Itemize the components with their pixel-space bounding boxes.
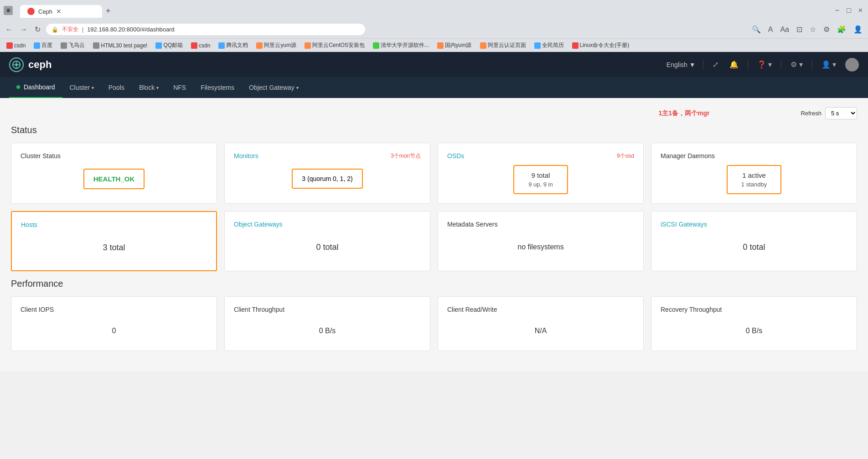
language-label: English <box>666 61 687 68</box>
client-iops-title: Client IOPS <box>21 306 207 313</box>
bookmark-label: QQ邮箱 <box>163 41 183 49</box>
new-tab-button[interactable]: + <box>102 5 114 18</box>
bookmark-alicert[interactable]: 阿里云认证页面 <box>477 41 529 50</box>
nav-filesystems-label: Filesystems <box>201 84 234 91</box>
bookmark-alicos[interactable]: 阿里云CentOS安装包 <box>302 41 367 50</box>
nav-pools[interactable]: Pools <box>101 77 132 98</box>
refresh-select[interactable]: 5 s 10 s 30 s 1 min <box>825 107 857 119</box>
refresh-label: Refresh <box>801 110 822 117</box>
monitors-card: Monitors 3个mon节点 3 (quorum 0, 1, 2) <box>224 143 430 204</box>
client-readwrite-card: Client Read/Write N/A <box>438 296 644 351</box>
security-icon: 🔒 <box>52 26 58 33</box>
language-arrow-icon: ▼ <box>689 61 696 68</box>
browser-toolbar: 🔍 A Aa ⊡ ☆ ⚙ 🧩 👤 <box>750 23 864 36</box>
osds-annotation: 9个osd <box>617 152 634 160</box>
user-avatar[interactable] <box>845 58 859 72</box>
ceph-logo-icon <box>9 57 24 72</box>
tab-bar: Ceph ✕ + <box>16 3 830 18</box>
cluster-arrow-icon: ▾ <box>92 85 94 90</box>
minimize-button[interactable]: − <box>833 5 841 16</box>
extensions-icon-btn[interactable]: 🧩 <box>835 23 848 36</box>
nav-object-gateway[interactable]: Object Gateway ▾ <box>242 77 306 98</box>
bookmark-tsinghua[interactable]: 清华大学开源软件... <box>370 41 432 50</box>
forward-button[interactable]: → <box>18 24 29 36</box>
nav-cluster[interactable]: Cluster ▾ <box>62 77 101 98</box>
nav-dashboard-label: Dashboard <box>24 83 55 91</box>
manager-daemons-card: Manager Daemons 1 active 1 standby <box>651 143 857 204</box>
translate-icon-btn[interactable]: A <box>766 24 775 36</box>
bookmark-qqmail[interactable]: QQ邮箱 <box>153 41 186 50</box>
bookmark-favicon <box>373 42 379 49</box>
ceph-logo: ceph <box>9 57 52 72</box>
reload-button[interactable]: ↻ <box>33 23 42 36</box>
ceph-header: ceph English ▼ ⤢ 🔔 ❓ ▾ ⚙ ▾ 👤 ▾ <box>0 52 868 77</box>
header-divider-2 <box>748 60 748 69</box>
hosts-center: 3 total <box>21 234 207 261</box>
help-icon-button[interactable]: ❓ ▾ <box>755 58 774 71</box>
bookmark-html30[interactable]: HTML30 test page! <box>90 41 150 50</box>
language-selector[interactable]: English ▼ <box>666 61 696 68</box>
bookmark-resume[interactable]: 全民简历 <box>532 41 567 50</box>
manager-active: 1 active <box>737 171 771 179</box>
browser-titlebar: ⊞ Ceph ✕ + − □ × <box>0 0 868 21</box>
settings-gear-icon[interactable]: ⚙ ▾ <box>789 58 804 71</box>
cluster-status-value: HEALTH_OK <box>83 169 145 189</box>
bookmark-aliyum[interactable]: 阿里云yum源 <box>253 41 299 50</box>
nav-block[interactable]: Block ▾ <box>132 77 166 98</box>
svg-point-1 <box>15 63 18 66</box>
bookmark-label: 腾讯文档 <box>226 41 248 49</box>
settings-icon-btn[interactable]: ⚙ <box>822 23 832 36</box>
header-divider-3 <box>781 60 781 69</box>
notification-bell-icon[interactable]: 🔔 <box>728 58 740 71</box>
bookmark-label: Linux命令大全(手册) <box>580 41 630 49</box>
block-arrow-icon: ▾ <box>156 85 159 90</box>
maximize-button[interactable]: □ <box>845 5 853 16</box>
bookmark-csdn-1[interactable]: csdn <box>4 41 28 50</box>
bookmark-feiniao[interactable]: 飞鸟云 <box>58 41 88 50</box>
client-throughput-value: 0 B/s <box>234 327 421 335</box>
osds-value-sub: 9 up, 9 in <box>523 181 558 188</box>
profile-icon-btn[interactable]: 👤 <box>852 23 864 36</box>
url-text: 192.168.80.20:8000/#/dashboard <box>87 26 175 33</box>
bookmarks-bar: csdn 百度 飞鸟云 HTML30 test page! QQ邮箱 csdn … <box>0 38 868 52</box>
star-icon-btn[interactable]: ☆ <box>808 23 818 36</box>
bookmark-favicon <box>218 42 225 49</box>
nav-filesystems[interactable]: Filesystems <box>193 77 242 98</box>
monitors-center: 3 (quorum 0, 1, 2) <box>234 165 421 192</box>
cluster-status-title: Cluster Status <box>21 152 207 160</box>
nav-object-gateway-label: Object Gateway <box>249 84 294 91</box>
back-button[interactable]: ← <box>4 24 15 36</box>
iscsi-gateways-value: 0 total <box>743 242 765 252</box>
expand-icon-button[interactable]: ⤢ <box>711 58 720 71</box>
cluster-status-card: Cluster Status HEALTH_OK <box>11 143 217 204</box>
bookmark-linux-cmd[interactable]: Linux命令大全(手册) <box>569 41 632 50</box>
security-label: 不安全 <box>62 26 78 33</box>
refresh-control: Refresh 5 s 10 s 30 s 1 min <box>801 107 857 119</box>
bookmark-tencent[interactable]: 腾讯文档 <box>216 41 251 50</box>
bookmark-cn-yum[interactable]: 国内yum源 <box>434 41 475 50</box>
bookmark-baidu[interactable]: 百度 <box>31 41 55 50</box>
monitors-value: 3 (quorum 0, 1, 2) <box>292 169 362 189</box>
address-bar[interactable]: 🔒 不安全 | 192.168.80.20:8000/#/dashboard <box>46 24 365 35</box>
ceph-nav: Dashboard Cluster ▾ Pools Block ▾ NFS Fi… <box>0 77 868 98</box>
user-menu-button[interactable]: 👤 ▾ <box>820 58 838 71</box>
performance-section-title: Performance <box>11 278 857 289</box>
nav-dashboard[interactable]: Dashboard <box>9 77 62 98</box>
search-icon-btn[interactable]: 🔍 <box>750 23 763 36</box>
close-tab-button[interactable]: ✕ <box>56 8 62 15</box>
close-window-button[interactable]: × <box>857 5 864 16</box>
active-tab[interactable]: Ceph ✕ <box>20 5 102 18</box>
nav-nfs[interactable]: NFS <box>166 77 193 98</box>
header-right: English ▼ ⤢ 🔔 ❓ ▾ ⚙ ▾ 👤 ▾ <box>666 58 859 72</box>
nav-pools-label: Pools <box>108 84 124 91</box>
bookmark-favicon <box>572 42 579 49</box>
bookmark-label: 国内yum源 <box>445 41 472 49</box>
bookmark-csdn-2[interactable]: csdn <box>188 41 213 50</box>
manager-standby: 1 standby <box>737 181 771 188</box>
sidebar-toggle-button[interactable]: ⊞ <box>4 6 13 15</box>
monitors-title: Monitors <box>234 152 258 160</box>
reading-icon-btn[interactable]: Aa <box>778 24 791 36</box>
status-section-title: Status <box>11 125 857 135</box>
header-divider <box>703 60 703 69</box>
splitscreen-icon-btn[interactable]: ⊡ <box>795 23 804 36</box>
